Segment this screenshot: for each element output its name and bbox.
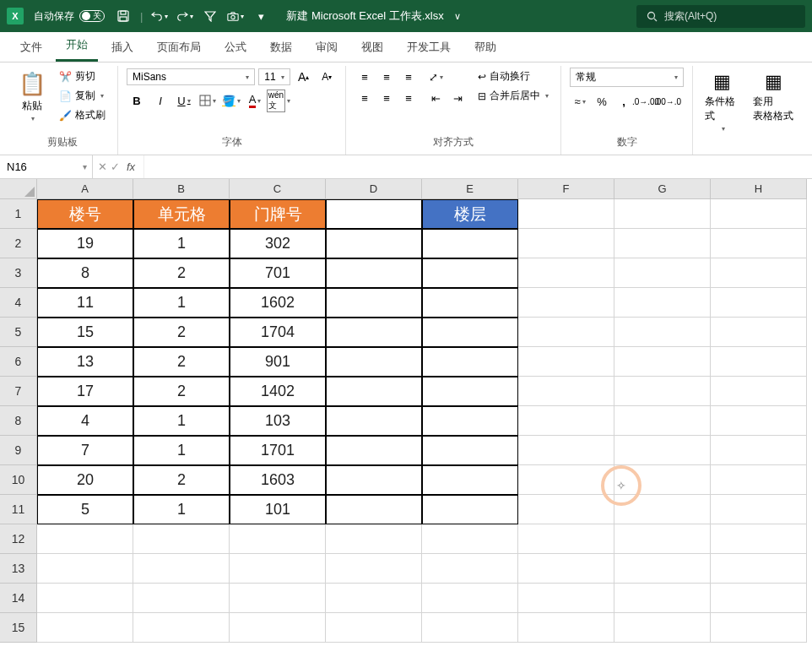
cut-button[interactable]: ✂️剪切	[56, 68, 109, 85]
comma-icon[interactable]: ,	[614, 92, 634, 111]
tab-help[interactable]: 帮助	[464, 33, 506, 62]
cell-F11[interactable]	[518, 495, 614, 524]
column-header-D[interactable]: D	[326, 179, 422, 199]
cell-D11[interactable]	[326, 495, 422, 524]
tab-pagelayout[interactable]: 页面布局	[147, 33, 211, 62]
decrease-indent-icon[interactable]: ⇤	[425, 89, 446, 107]
cell-A6[interactable]: 13	[37, 347, 133, 377]
row-header-8[interactable]: 8	[0, 406, 37, 436]
cell-H9[interactable]	[711, 436, 807, 465]
cell-D12[interactable]	[326, 524, 422, 554]
row-header-12[interactable]: 12	[0, 524, 37, 554]
cell-C15[interactable]	[230, 613, 326, 643]
cell-D14[interactable]	[326, 584, 422, 613]
decrease-decimal-icon[interactable]: .00→.0	[658, 92, 678, 111]
cell-F2[interactable]	[518, 229, 614, 258]
cell-G1[interactable]	[614, 199, 711, 229]
cell-E1[interactable]: 楼层	[422, 199, 518, 229]
row-header-9[interactable]: 9	[0, 436, 37, 465]
cell-E9[interactable]	[422, 436, 518, 465]
tab-home[interactable]: 开始	[56, 30, 98, 62]
increase-indent-icon[interactable]: ⇥	[447, 89, 468, 107]
cell-A7[interactable]: 17	[37, 377, 133, 406]
document-title[interactable]: 新建 Microsoft Excel 工作表.xlsx	[286, 8, 443, 24]
cell-E11[interactable]	[422, 495, 518, 524]
cell-A8[interactable]: 4	[37, 406, 133, 436]
cell-F13[interactable]	[518, 554, 614, 584]
tab-file[interactable]: 文件	[10, 33, 52, 62]
bold-button[interactable]: B	[127, 91, 147, 110]
cell-D4[interactable]	[326, 288, 422, 318]
cell-A5[interactable]: 15	[37, 318, 133, 347]
cell-E13[interactable]	[422, 554, 518, 584]
cell-H15[interactable]	[711, 613, 807, 643]
cell-F12[interactable]	[518, 524, 614, 554]
autosave-toggle[interactable]: 自动保存 关	[34, 9, 105, 24]
cell-G9[interactable]	[614, 436, 711, 465]
cell-H7[interactable]	[711, 377, 807, 406]
cell-F7[interactable]	[518, 377, 614, 406]
align-top-icon[interactable]: ≡	[355, 68, 375, 86]
cell-A12[interactable]	[37, 524, 133, 554]
cell-A1[interactable]: 楼号	[37, 199, 133, 229]
cell-E3[interactable]	[422, 258, 518, 288]
filter-icon[interactable]	[202, 10, 219, 22]
cell-H2[interactable]	[711, 229, 807, 258]
select-all-corner[interactable]	[0, 179, 37, 199]
cell-F1[interactable]	[518, 199, 614, 229]
cell-E2[interactable]	[422, 229, 518, 258]
cell-B9[interactable]: 1	[133, 436, 230, 465]
cell-E15[interactable]	[422, 613, 518, 643]
cell-A2[interactable]: 19	[37, 229, 133, 258]
align-left-icon[interactable]: ≡	[355, 89, 375, 107]
column-header-F[interactable]: F	[518, 179, 614, 199]
tab-devtools[interactable]: 开发工具	[397, 33, 461, 62]
cell-E12[interactable]	[422, 524, 518, 554]
cell-G6[interactable]	[614, 347, 711, 377]
paste-button[interactable]: 📋 粘贴▾	[15, 68, 49, 126]
column-header-H[interactable]: H	[711, 179, 807, 199]
cell-B12[interactable]	[133, 524, 230, 554]
column-header-C[interactable]: C	[230, 179, 326, 199]
wrap-text-button[interactable]: ↩自动换行	[474, 68, 552, 85]
cancel-formula-icon[interactable]: ✕	[98, 160, 107, 173]
cell-A10[interactable]: 20	[37, 465, 133, 495]
cell-D7[interactable]	[326, 377, 422, 406]
cell-D1[interactable]	[326, 199, 422, 229]
cell-F9[interactable]	[518, 436, 614, 465]
cell-C8[interactable]: 103	[230, 406, 326, 436]
cell-A4[interactable]: 11	[37, 288, 133, 318]
underline-button[interactable]: U▾	[174, 91, 194, 110]
cell-B8[interactable]: 1	[133, 406, 230, 436]
cell-E10[interactable]	[422, 465, 518, 495]
accept-formula-icon[interactable]: ✓	[111, 160, 120, 173]
font-name-select[interactable]: MiSans▾	[127, 68, 255, 85]
cell-B13[interactable]	[133, 554, 230, 584]
cell-C14[interactable]	[230, 584, 326, 613]
cell-H14[interactable]	[711, 584, 807, 613]
cell-B7[interactable]: 2	[133, 377, 230, 406]
currency-icon[interactable]: ≈▾	[570, 92, 590, 111]
row-header-4[interactable]: 4	[0, 288, 37, 318]
row-header-11[interactable]: 11	[0, 495, 37, 524]
row-header-3[interactable]: 3	[0, 258, 37, 288]
percent-icon[interactable]: %	[592, 92, 612, 111]
cell-G5[interactable]	[614, 318, 711, 347]
cell-C7[interactable]: 1402	[230, 377, 326, 406]
row-header-6[interactable]: 6	[0, 347, 37, 377]
tab-insert[interactable]: 插入	[101, 33, 143, 62]
cell-D6[interactable]	[326, 347, 422, 377]
cell-H11[interactable]	[711, 495, 807, 524]
conditional-format-button[interactable]: ▦ 条件格式▾	[701, 68, 743, 136]
save-icon[interactable]	[115, 9, 132, 23]
cell-B15[interactable]	[133, 613, 230, 643]
cell-B1[interactable]: 单元格	[133, 199, 230, 229]
cell-H4[interactable]	[711, 288, 807, 318]
cell-F5[interactable]	[518, 318, 614, 347]
copy-button[interactable]: 📄复制▾	[56, 87, 109, 105]
cell-C5[interactable]: 1704	[230, 318, 326, 347]
cell-F3[interactable]	[518, 258, 614, 288]
fill-color-button[interactable]: 🪣▾	[221, 91, 241, 110]
cell-C1[interactable]: 门牌号	[230, 199, 326, 229]
row-header-14[interactable]: 14	[0, 584, 37, 613]
